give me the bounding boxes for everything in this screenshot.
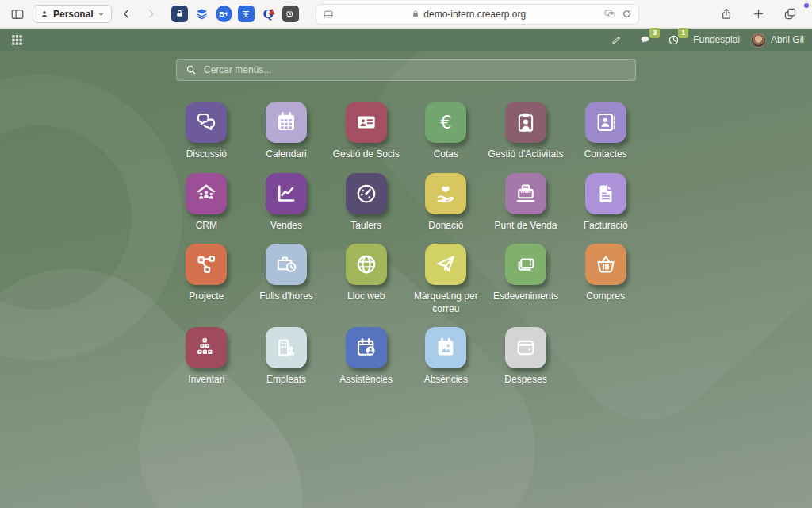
boxes-icon — [194, 336, 218, 360]
password-manager-icon[interactable] — [171, 6, 188, 22]
sidebar-toggle-icon[interactable] — [8, 5, 27, 24]
profile-label: Personal — [53, 9, 94, 20]
app-tile-esdeveniments[interactable]: Esdeveniments — [486, 244, 566, 315]
app-tile-crm[interactable]: CRM — [167, 173, 247, 233]
line-chart-icon — [274, 182, 298, 206]
layers-icon[interactable] — [193, 6, 210, 22]
app-tile-vendes[interactable]: Vendes — [247, 173, 327, 233]
search-icon — [186, 64, 197, 75]
page-translate-icon[interactable] — [604, 9, 616, 19]
activities-button[interactable]: 1 — [665, 31, 682, 48]
app-label: Lloc web — [347, 291, 385, 303]
app-tile-compres[interactable]: Compres — [565, 244, 645, 315]
edit-button[interactable] — [607, 31, 625, 48]
app-tile-facturacio[interactable]: Facturació — [565, 173, 645, 233]
activities-badge: 1 — [678, 28, 688, 38]
app-tile-donacio[interactable]: Donació — [406, 173, 486, 233]
reload-icon[interactable] — [622, 9, 632, 19]
app-label: Empleats — [266, 374, 306, 387]
b-plus-icon[interactable]: B+ — [216, 6, 232, 22]
nodes-icon — [194, 252, 218, 276]
app-tile-discussio[interactable]: Discussió — [167, 102, 247, 161]
profile-switcher[interactable]: Personal — [33, 5, 112, 23]
apps-menu-button[interactable] — [8, 31, 25, 48]
forward-button[interactable] — [142, 5, 161, 24]
app-tile-assistencies[interactable]: Assistències — [326, 327, 406, 387]
app-label: Absències — [424, 374, 468, 387]
home-menu: Discussió Calendari Gestió de Socis € Co… — [0, 51, 812, 508]
messages-badge: 3 — [649, 28, 660, 38]
app-label: Fulls d'hores — [259, 291, 313, 303]
app-header: 3 1 Fundesplai Abril Gil — [0, 29, 812, 51]
membership-card-icon — [354, 110, 378, 134]
company-menu[interactable]: Fundesplai — [693, 34, 740, 45]
person-icon — [40, 10, 49, 19]
app-label: Cotas — [434, 148, 458, 161]
globe-icon — [354, 252, 378, 276]
messages-button[interactable]: 3 — [636, 31, 653, 48]
basket-icon — [594, 252, 618, 276]
app-label: Gestió de Socis — [333, 148, 400, 161]
euro-icon: € — [434, 110, 458, 134]
app-tile-empleats[interactable]: Empleats — [247, 327, 327, 387]
app-tile-contactes[interactable]: Contactes — [565, 102, 645, 161]
blue-ext-icon[interactable] — [238, 6, 255, 22]
share-icon[interactable] — [717, 5, 736, 24]
browser-window-icon[interactable] — [323, 9, 334, 20]
app-label: Vendes — [270, 220, 302, 233]
chat-bubbles-icon — [194, 110, 218, 134]
app-label: Esdeveniments — [493, 291, 558, 303]
app-tile-gestio-d-activitats[interactable]: Gestió d'Activitats — [486, 102, 566, 161]
address-bar[interactable]: demo-intern.creaerp.org — [316, 4, 639, 25]
app-label: Calendari — [266, 148, 306, 161]
address-book-icon — [594, 110, 618, 134]
user-menu[interactable]: Abril Gil — [751, 33, 804, 48]
paper-plane-icon — [434, 252, 458, 276]
app-tile-projecte[interactable]: Projecte — [167, 244, 247, 315]
clipboard-person-icon — [514, 110, 538, 134]
app-tile-cotas[interactable]: € Cotas — [406, 102, 486, 161]
hand-heart-icon — [434, 182, 458, 206]
app-tile-gestio-de-socis[interactable]: Gestió de Socis — [326, 102, 406, 161]
app-label: Facturació — [584, 220, 628, 233]
back-button[interactable] — [117, 5, 136, 24]
app-label: Gestió d'Activitats — [488, 148, 563, 161]
app-label: CRM — [196, 220, 217, 233]
cash-register-icon — [514, 182, 538, 206]
app-label: Taulers — [350, 220, 381, 233]
user-avatar — [751, 33, 766, 48]
app-label: Assistències — [339, 374, 393, 387]
screenshot-blocker-icon[interactable] — [282, 6, 299, 22]
search-input[interactable] — [204, 64, 626, 75]
app-tile-absencies[interactable]: Absències — [406, 327, 486, 387]
wallet-icon — [514, 336, 538, 360]
user-name: Abril Gil — [771, 34, 804, 45]
app-label: Donació — [428, 220, 463, 233]
calendar-image-icon — [434, 336, 458, 360]
app-label: Projecte — [189, 291, 224, 303]
app-tile-fulls-d-hores[interactable]: Fulls d'hores — [247, 244, 327, 315]
chevron-down-icon — [98, 10, 105, 17]
app-tile-taulers[interactable]: Taulers — [326, 173, 406, 233]
recording-indicator-dot — [804, 3, 809, 8]
new-tab-icon[interactable] — [749, 5, 768, 24]
invoice-document-icon — [594, 182, 618, 206]
app-tile-calendari[interactable]: Calendari — [247, 102, 327, 161]
tabs-overview-icon[interactable] — [780, 5, 799, 24]
grid-icon — [11, 34, 23, 46]
app-label: Compres — [586, 291, 625, 303]
app-tile-marqueting-per-correu[interactable]: Màrqueting per correu — [406, 244, 486, 315]
app-label: Punt de Venda — [495, 220, 557, 233]
chevron-left-icon — [121, 8, 132, 20]
app-tile-despeses[interactable]: Despeses — [486, 327, 566, 387]
app-tile-lloc-web[interactable]: Lloc web — [326, 244, 406, 315]
app-tile-punt-de-venda[interactable]: Punt de Venda — [486, 173, 566, 233]
url-text: demo-intern.creaerp.org — [423, 9, 526, 20]
gauge-icon — [354, 182, 378, 206]
app-label: Despeses — [504, 374, 546, 387]
menu-search[interactable] — [176, 59, 636, 81]
pencil-icon — [611, 34, 622, 46]
calendar-person-icon — [354, 336, 378, 360]
app-tile-inventari[interactable]: Inventari — [167, 327, 247, 387]
q-extension-icon[interactable]: Q▲ — [260, 6, 277, 22]
